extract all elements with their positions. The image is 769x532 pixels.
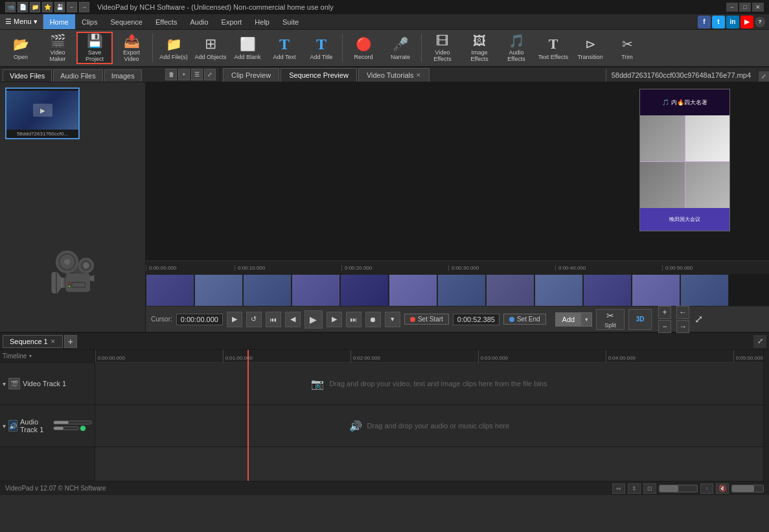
text-effects-button[interactable]: T Text Effects: [535, 32, 571, 64]
expand-timeline-button[interactable]: ⤢: [694, 313, 703, 325]
status-btn-4[interactable]: ↑: [700, 483, 713, 494]
linkedin-icon[interactable]: in: [726, 16, 739, 29]
status-btn-1[interactable]: ⇔: [612, 483, 625, 494]
playhead[interactable]: [247, 350, 249, 481]
add-files-icon: 📁: [165, 35, 183, 53]
prev-frame-button[interactable]: ⏮: [266, 312, 281, 327]
set-start-button[interactable]: Set Start: [404, 314, 449, 325]
minimize-button[interactable]: −: [726, 3, 738, 12]
video-track-lane[interactable]: 📷 Drag and drop your video, text and ima…: [95, 363, 763, 405]
sequence-tab-1[interactable]: Sequence 1 ✕: [3, 335, 63, 348]
menu-item-effects[interactable]: Effects: [149, 14, 183, 29]
audio-effects-button[interactable]: 🎵 Audio Effects: [498, 32, 534, 64]
tab-ctrl-list[interactable]: ☰: [191, 69, 203, 80]
step-back-button[interactable]: ◀: [285, 312, 301, 327]
open-button[interactable]: 📂 Open: [3, 32, 39, 64]
open-file-icon[interactable]: 📁: [30, 2, 40, 12]
facebook-icon[interactable]: f: [698, 16, 711, 29]
add-button[interactable]: Add: [556, 313, 582, 326]
next-frame-button[interactable]: ⏭: [346, 312, 362, 327]
add-objects-button[interactable]: ⊞ Add Objects: [192, 32, 229, 64]
add-blank-button[interactable]: ⬜ Add Blank: [229, 32, 266, 64]
narrate-button[interactable]: 🎤 Narrate: [382, 32, 419, 64]
save-icon[interactable]: 💾: [54, 2, 65, 12]
video-track-header: ▾ 🎬 Video Track 1: [0, 363, 95, 405]
trim-button[interactable]: ✂ Trim: [609, 32, 645, 64]
split-button[interactable]: ✂ Split: [596, 309, 625, 330]
record-button[interactable]: 🔴 Record: [345, 32, 382, 64]
film-cell-2: [194, 274, 243, 306]
timeline-expand-button[interactable]: ⤢: [753, 335, 766, 348]
menu-item-home[interactable]: Home: [43, 14, 75, 29]
zoom-out-button[interactable]: −: [658, 320, 671, 333]
audio-slider-1[interactable]: [53, 421, 92, 424]
loop-button[interactable]: ↺: [246, 312, 262, 327]
audio-track-expand[interactable]: ▾: [3, 422, 6, 430]
transition-button[interactable]: ⊳ Transition: [572, 32, 608, 64]
step-forward-button[interactable]: ▶: [327, 312, 342, 327]
zoom-slider[interactable]: [659, 485, 698, 492]
save-project-button[interactable]: 💾 Save Project: [76, 32, 113, 64]
tab-clip-preview[interactable]: Clip Preview: [223, 68, 279, 82]
add-sequence-button[interactable]: +: [64, 335, 77, 348]
scroll-right-button[interactable]: →: [676, 320, 689, 333]
file-thumbnail[interactable]: ▶ 58ddd72631760ccf0...: [5, 87, 80, 139]
audio-track-lane[interactable]: 🔊 Drag and drop your audio or music clip…: [95, 405, 763, 447]
youtube-icon[interactable]: ▶: [740, 16, 753, 29]
play-main-button[interactable]: ▶: [304, 310, 323, 329]
bookmark-icon[interactable]: ⭐: [42, 2, 52, 12]
image-effects-button[interactable]: 🖼 Image Effects: [461, 32, 498, 64]
close-tutorials-tab[interactable]: ✕: [416, 72, 421, 78]
undo-icon[interactable]: ←: [67, 2, 77, 12]
video-effects-button[interactable]: 🎞 Video Effects: [424, 32, 461, 64]
menu-item-sequence[interactable]: Sequence: [104, 14, 149, 29]
menu-dropdown-button[interactable]: ☰ Menu ▾: [0, 14, 43, 29]
vol-pb-button[interactable]: ▾: [385, 312, 400, 327]
tab-audio-files[interactable]: Audio Files: [53, 69, 102, 82]
set-end-button[interactable]: Set End: [503, 314, 546, 325]
help-icon[interactable]: ?: [755, 17, 765, 27]
menu-item-clips[interactable]: Clips: [75, 14, 104, 29]
mute-button[interactable]: 🔇: [716, 483, 729, 494]
close-sequence-tab[interactable]: ✕: [51, 338, 56, 345]
tab-ctrl-add[interactable]: +: [178, 69, 190, 80]
export-video-label: Export Video: [115, 50, 148, 63]
redo-icon[interactable]: →: [79, 2, 89, 12]
add-button-group: Add ▾: [555, 312, 593, 327]
tab-sequence-preview[interactable]: Sequence Preview: [281, 68, 357, 82]
tab-images[interactable]: Images: [104, 69, 142, 82]
menu-item-suite[interactable]: Suite: [276, 14, 305, 29]
tab-video-tutorials[interactable]: Video Tutorials ✕: [358, 68, 430, 82]
status-btn-2[interactable]: ⇕: [628, 483, 641, 494]
tab-ctrl-delete[interactable]: 🗑: [165, 69, 177, 80]
zoom-in-button[interactable]: +: [658, 306, 671, 319]
menu-item-help[interactable]: Help: [248, 14, 276, 29]
scroll-left-button[interactable]: ←: [676, 306, 689, 319]
timeline-dropdown-arrow[interactable]: ▾: [29, 353, 32, 359]
timeline-scrollbar[interactable]: [763, 350, 769, 481]
audio-slider-fill-2: [54, 427, 63, 430]
add-files-button[interactable]: 📁 Add File(s): [155, 32, 192, 64]
audio-slider-2[interactable]: [53, 426, 79, 430]
preview-expand-button[interactable]: ⤢: [759, 71, 769, 82]
duration-time: 0:00:52.385: [453, 314, 499, 325]
twitter-icon[interactable]: t: [712, 16, 725, 29]
three-d-button[interactable]: 3D: [628, 309, 652, 330]
volume-slider[interactable]: [731, 485, 764, 492]
tab-ctrl-expand[interactable]: ⤢: [204, 69, 216, 80]
tab-video-files[interactable]: Video Files: [3, 69, 52, 82]
video-track-expand[interactable]: ▾: [3, 380, 6, 387]
menu-item-audio[interactable]: Audio: [183, 14, 214, 29]
menu-item-export[interactable]: Export: [215, 14, 249, 29]
add-title-button[interactable]: T Add Title: [303, 32, 339, 64]
new-file-icon[interactable]: 📄: [17, 2, 28, 12]
export-video-button[interactable]: 📤 Export Video: [113, 32, 150, 64]
video-maker-button[interactable]: 🎬 Video Maker: [40, 32, 76, 64]
close-button[interactable]: ✕: [752, 3, 764, 12]
add-text-button[interactable]: T Add Text: [266, 32, 303, 64]
status-btn-3[interactable]: ⊡: [643, 483, 656, 494]
play-button[interactable]: ▶: [227, 312, 242, 327]
maximize-button[interactable]: □: [739, 3, 751, 12]
record-pb-button[interactable]: ⏺: [365, 312, 381, 327]
add-dropdown-arrow[interactable]: ▾: [581, 316, 591, 323]
